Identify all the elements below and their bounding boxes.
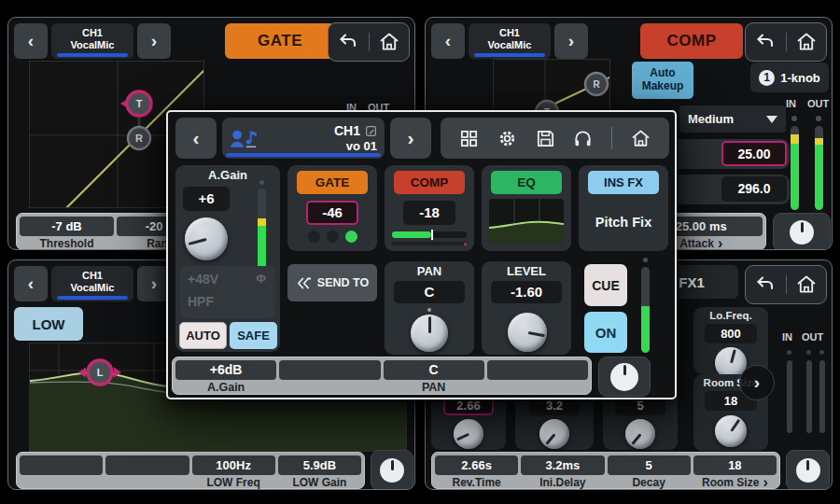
pan-value[interactable]: C: [394, 281, 465, 303]
comp-knob-mode-button[interactable]: [773, 213, 831, 250]
decay-knob[interactable]: [625, 419, 655, 449]
rev-time-cell[interactable]: 2.66s: [435, 455, 518, 475]
gate-led: [308, 231, 320, 243]
param-value-cell[interactable]: [20, 455, 103, 475]
eq-chip[interactable]: EQ: [491, 171, 562, 194]
home-icon[interactable]: [379, 32, 399, 52]
fx-ini-delay-card[interactable]: 3.2: [515, 393, 594, 450]
level-section: LEVEL -1.60: [482, 261, 571, 355]
eq-mini-graph: [489, 199, 564, 244]
gate-led-row: [287, 231, 377, 243]
comp-channel-select-button[interactable]: CH1 VocalMic: [469, 23, 551, 59]
chevron-right-icon: ›: [754, 372, 760, 393]
divider: [786, 275, 787, 294]
meter-peak-dot: [791, 116, 797, 121]
level-title: LEVEL: [482, 264, 571, 278]
fx-knob-mode-button[interactable]: [786, 450, 830, 490]
comp-next-channel-button[interactable]: ›: [554, 23, 588, 59]
low-gain-value-cell[interactable]: 5.9dB: [278, 455, 361, 475]
gear-icon[interactable]: [497, 129, 517, 148]
comp-param-value[interactable]: 25.00: [721, 141, 787, 166]
gate-chip[interactable]: GATE: [297, 171, 368, 194]
room-size-cell[interactable]: 18: [693, 455, 777, 475]
fx-next-page-button[interactable]: ›: [739, 365, 775, 400]
low-freq-value-cell[interactable]: 100Hz: [192, 455, 275, 475]
comp-type-select[interactable]: Medium: [679, 105, 786, 133]
gate-prev-channel-button[interactable]: ‹: [14, 23, 48, 59]
again-value[interactable]: +6: [183, 187, 230, 211]
on-button[interactable]: ON: [584, 312, 627, 353]
home-icon[interactable]: [796, 274, 817, 295]
eq-band-low-button[interactable]: LOW: [14, 307, 83, 341]
again-knob[interactable]: [185, 217, 228, 260]
fx-rev-time-card[interactable]: 2.66: [431, 393, 506, 450]
edit-icon[interactable]: [365, 125, 377, 137]
room-size-knob[interactable]: [715, 415, 747, 447]
meter-peak-dot: [787, 350, 791, 355]
gate-channel-select-button[interactable]: CH1 VocalMic: [51, 23, 133, 59]
pan-knob[interactable]: [411, 315, 448, 352]
fx-decay-card[interactable]: 5: [603, 393, 678, 450]
comp-section[interactable]: COMP -18: [385, 165, 474, 251]
ini-delay-cell[interactable]: 3.2ms: [521, 455, 604, 475]
comp-title-button[interactable]: COMP: [640, 23, 743, 59]
gate-next-channel-button[interactable]: ›: [137, 23, 171, 59]
rev-time-knob[interactable]: [454, 419, 483, 449]
gain-safe-button[interactable]: SAFE: [230, 322, 277, 349]
channel-strip-overlay: ‹ CH1 vo 01 › A.Gain +6: [166, 110, 677, 399]
undo-icon[interactable]: [755, 32, 776, 52]
ini-delay-knob[interactable]: [539, 419, 569, 449]
eq-knob-mode-button[interactable]: [371, 450, 413, 490]
channel-id: CH1: [499, 27, 520, 39]
home-icon[interactable]: [796, 32, 817, 52]
auto-makeup-button[interactable]: Auto Makeup: [632, 62, 693, 99]
home-icon[interactable]: [631, 129, 651, 148]
channel-selected-indicator: [57, 53, 128, 57]
eq-channel-select-button[interactable]: CH1 VocalMic: [51, 266, 133, 301]
overlay-channel-id: CH1: [334, 123, 360, 139]
gate-threshold-value[interactable]: -46: [306, 201, 358, 225]
knob-icon: [790, 220, 814, 245]
overlay-channel-button[interactable]: CH1 vo 01: [222, 118, 385, 159]
comp-threshold-marker: [431, 230, 433, 240]
threshold-label: Threshold: [20, 237, 114, 250]
one-knob-button[interactable]: 1 1-knob: [750, 63, 829, 92]
comp-param-value[interactable]: 296.0: [721, 176, 787, 202]
eq-prev-channel-button[interactable]: ‹: [14, 266, 48, 301]
level-knob[interactable]: [508, 313, 547, 352]
gate-section[interactable]: GATE -46: [287, 165, 377, 251]
gate-title-button[interactable]: GATE: [225, 23, 335, 59]
threshold-value-cell[interactable]: -7 dB: [20, 217, 114, 236]
comp-threshold-value[interactable]: -18: [403, 201, 455, 225]
insfx-chip[interactable]: INS FX: [588, 171, 659, 194]
cue-button[interactable]: CUE: [584, 264, 627, 306]
again-value-cell[interactable]: +6dB: [175, 360, 276, 380]
send-to-button[interactable]: SEND TO: [287, 264, 377, 301]
undo-icon[interactable]: [338, 32, 358, 52]
comp-chip[interactable]: COMP: [394, 171, 465, 194]
overlay-knob-mode-button[interactable]: [598, 357, 651, 397]
param-value-cell[interactable]: [487, 360, 588, 380]
range-handle-label: R: [135, 133, 143, 144]
again-section: A.Gain +6 +48V Φ HPF AUTO SAFE: [175, 165, 280, 352]
grid-menu-icon[interactable]: [459, 129, 479, 148]
level-value[interactable]: -1.60: [491, 281, 562, 303]
pan-value-cell[interactable]: C: [384, 360, 484, 380]
fx-in-meter: [787, 360, 792, 433]
eq-section[interactable]: EQ: [482, 165, 571, 251]
lo-freq-value[interactable]: 800: [705, 324, 757, 343]
insfx-section[interactable]: INS FX Pitch Fix: [579, 165, 668, 251]
headphones-icon[interactable]: [573, 129, 593, 148]
gain-auto-button[interactable]: AUTO: [179, 322, 227, 349]
param-value-cell[interactable]: [105, 455, 189, 475]
preamp-sub-card[interactable]: +48V Φ HPF: [180, 266, 275, 318]
decay-cell[interactable]: 5: [608, 455, 691, 475]
overlay-next-channel-button[interactable]: ›: [390, 118, 431, 159]
save-icon[interactable]: [536, 129, 555, 148]
channel-name: VocalMic: [71, 282, 115, 294]
undo-icon[interactable]: [755, 274, 776, 295]
overlay-prev-channel-button[interactable]: ‹: [175, 118, 217, 159]
comp-prev-channel-button[interactable]: ‹: [431, 23, 465, 59]
param-value-cell[interactable]: [279, 360, 380, 380]
chevron-right-icon: ›: [763, 477, 767, 488]
